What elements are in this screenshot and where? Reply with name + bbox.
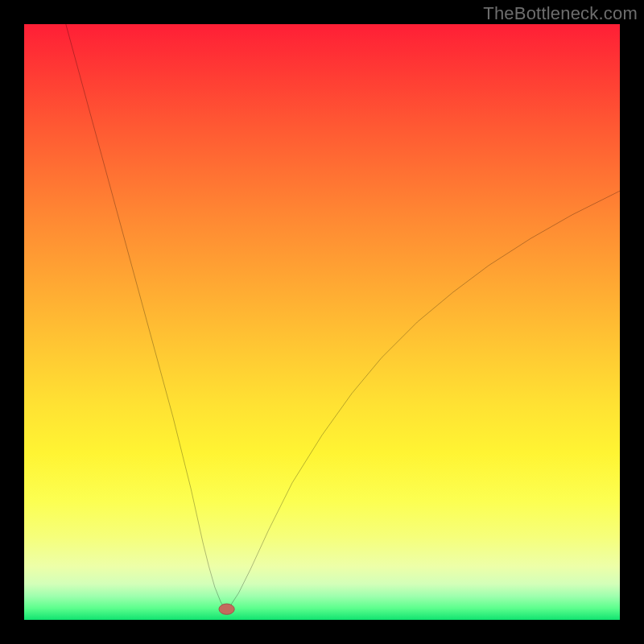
bottleneck-curve xyxy=(66,24,620,609)
plot-area xyxy=(24,24,620,620)
minimum-marker xyxy=(219,604,234,614)
watermark-text: TheBottleneck.com xyxy=(483,3,638,24)
chart-svg xyxy=(24,24,620,620)
chart-frame: TheBottleneck.com xyxy=(0,0,644,644)
